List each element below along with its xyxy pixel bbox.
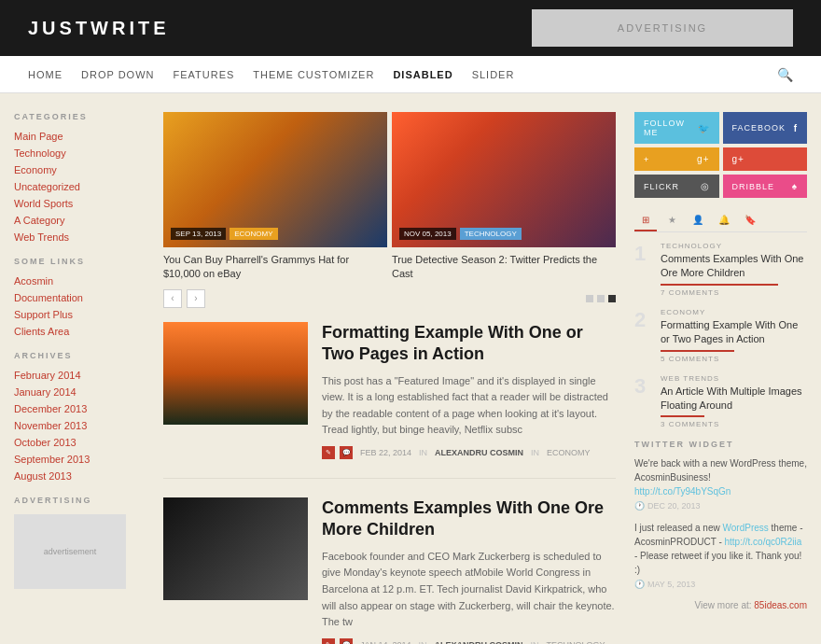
- slider-image-2: NOV 05, 2013 TECHNOLOGY: [392, 112, 616, 247]
- nav-slider[interactable]: SLIDER: [472, 69, 515, 80]
- slider-dot-2[interactable]: [597, 295, 605, 302]
- popular-cat-1: TECHNOLOGY: [661, 242, 807, 250]
- article-2-excerpt: Facebook founder and CEO Mark Zuckerberg…: [322, 549, 616, 631]
- archive-jan-2014[interactable]: January 2014: [14, 386, 145, 398]
- popular-tabs: ⊞ ★ 👤 🔔 🔖: [634, 209, 807, 232]
- sidebar-cat-world-sports[interactable]: World Sports: [14, 198, 145, 209]
- slider-prev-button[interactable]: ‹: [163, 289, 182, 308]
- sidebar-cat-uncategorized[interactable]: Uncategorized: [14, 181, 145, 192]
- tab-star[interactable]: ★: [661, 209, 683, 231]
- tweet-2-wp-link[interactable]: WordPress: [723, 523, 769, 533]
- sidebar-link-acosmin[interactable]: Acosmin: [14, 275, 145, 287]
- gplus2-button[interactable]: g+: [723, 147, 808, 171]
- tab-bookmark[interactable]: 🔖: [739, 209, 761, 231]
- popular-comments-3: 3 COMMENTS: [661, 420, 807, 428]
- nav-dropdown[interactable]: DROP DOWN: [81, 69, 154, 80]
- article-1-date: FEB 22, 2014: [360, 448, 411, 457]
- nav-home[interactable]: HOME: [28, 69, 63, 80]
- slider-title-1[interactable]: You Can Buy Pharrell's Grammys Hat for $…: [163, 253, 387, 282]
- article-1-author: ALEXANDRU COSMIN: [435, 448, 523, 457]
- tab-bell[interactable]: 🔔: [713, 209, 735, 231]
- nav-theme-customizer[interactable]: THEME CUSTOMIZER: [253, 69, 374, 80]
- tab-person[interactable]: 👤: [687, 209, 709, 231]
- archive-dec-2013[interactable]: December 2013: [14, 403, 145, 414]
- article-1-meta: ✎ 💬 FEB 22, 2014 IN ALEXANDRU COSMIN IN …: [322, 446, 616, 459]
- social-buttons: FOLLOW ME 🐦 FACEBOOK f + g+ g+ FLICKR ◎ …: [634, 112, 807, 198]
- facebook-label: FACEBOOK: [732, 123, 786, 133]
- article-1-comment-icon: 💬: [340, 446, 353, 459]
- sidebar-cat-economy[interactable]: Economy: [14, 164, 145, 175]
- popular-comments-2: 5 COMMENTS: [661, 355, 807, 363]
- slider-next-button[interactable]: ›: [187, 289, 205, 308]
- view-more-link[interactable]: 85ideas.com: [754, 600, 807, 610]
- archive-oct-2013[interactable]: October 2013: [14, 437, 145, 448]
- nav-disabled[interactable]: DISABLED: [393, 69, 452, 80]
- slider-2-date: NOV 05, 2013: [399, 228, 456, 240]
- gplus-button[interactable]: + g+: [634, 147, 719, 171]
- archive-sep-2013[interactable]: September 2013: [14, 454, 145, 465]
- slider-2-category: TECHNOLOGY: [460, 228, 522, 240]
- article-2-title[interactable]: Comments Examples With One Ore More Chil…: [322, 497, 616, 541]
- tweet-1-date: 🕐 DEC 20, 2013: [634, 500, 807, 513]
- nav-features[interactable]: FEATURES: [173, 69, 234, 80]
- main-container: CATEGORIES Main Page Technology Economy …: [5, 112, 816, 644]
- twitter-button[interactable]: FOLLOW ME 🐦: [634, 112, 719, 144]
- sidebar-cat-main-page[interactable]: Main Page: [14, 131, 145, 142]
- right-sidebar: FOLLOW ME 🐦 FACEBOOK f + g+ g+ FLICKR ◎ …: [634, 112, 807, 644]
- slider-1-date: SEP 13, 2013: [171, 228, 226, 240]
- search-icon[interactable]: 🔍: [777, 67, 793, 82]
- gplus2-icon: g+: [732, 154, 744, 164]
- popular-body-2: ECONOMY Formatting Example With One or T…: [661, 308, 807, 363]
- slider-dot-1[interactable]: [586, 295, 593, 302]
- twitter-widget-title: TWITTER WIDGET: [634, 440, 807, 449]
- sidebar-cat-a-category[interactable]: A Category: [14, 215, 145, 226]
- tab-grid[interactable]: ⊞: [634, 209, 657, 231]
- sidebar-link-clients-area[interactable]: Clients Area: [14, 326, 145, 337]
- slider-2-label: NOV 05, 2013 TECHNOLOGY: [399, 228, 522, 240]
- popular-title-2[interactable]: Formatting Example With One or Two Pages…: [661, 318, 807, 347]
- dribble-label: DRIBBLE: [732, 182, 775, 191]
- gplus-icon: g+: [697, 154, 709, 164]
- sidebar-link-documentation[interactable]: Documentation: [14, 292, 145, 303]
- article-2-in: IN: [531, 640, 539, 644]
- archive-feb-2014[interactable]: February 2014: [14, 370, 145, 381]
- article-2-category[interactable]: TECHNOLOGY: [547, 640, 605, 644]
- slider-captions: You Can Buy Pharrell's Grammys Hat for $…: [163, 247, 616, 282]
- archive-aug-2013[interactable]: August 2013: [14, 470, 145, 482]
- sidebar-cat-web-trends[interactable]: Web Trends: [14, 231, 145, 243]
- article-1-in: IN: [531, 448, 539, 457]
- popular-num-2: 2: [634, 308, 653, 332]
- slider-arrows: ‹ ›: [163, 289, 205, 308]
- slider-dots: [586, 295, 616, 302]
- some-links-list: Acosmin Documentation Support Plus Clien…: [14, 275, 145, 337]
- flickr-button[interactable]: FLICKR ◎: [634, 175, 719, 198]
- archive-nov-2013[interactable]: November 2013: [14, 420, 145, 431]
- facebook-button[interactable]: FACEBOOK f: [723, 112, 808, 144]
- popular-title-1[interactable]: Comments Examples With One Ore More Chil…: [661, 252, 807, 281]
- popular-title-3[interactable]: An Article With Multiple Images Floating…: [661, 385, 807, 413]
- article-1-category[interactable]: ECONOMY: [547, 448, 591, 457]
- featured-slider: SEP 13, 2013 ECONOMY NOV 05, 2013 TECHNO…: [163, 112, 616, 308]
- sidebar-link-support-plus[interactable]: Support Plus: [14, 309, 145, 320]
- slider-image-1: SEP 13, 2013 ECONOMY: [163, 112, 387, 247]
- tweet-2-link[interactable]: http://t.co/qc0R2iia: [725, 537, 802, 547]
- popular-num-1: 1: [634, 242, 653, 266]
- gplus-label: +: [644, 155, 649, 164]
- sidebar-cat-technology[interactable]: Technology: [14, 147, 145, 159]
- article-1: Formatting Example With One or Two Pages…: [163, 322, 616, 479]
- popular-cat-2: ECONOMY: [661, 308, 807, 316]
- slider-images: SEP 13, 2013 ECONOMY NOV 05, 2013 TECHNO…: [163, 112, 616, 247]
- slider-dot-3[interactable]: [608, 295, 616, 302]
- archives-title: ARCHIVES: [14, 351, 145, 360]
- clock-icon: 🕐: [634, 500, 645, 513]
- dribble-button[interactable]: DRIBBLE ♠: [723, 175, 808, 198]
- slider-title-2[interactable]: True Detective Season 2: Twitter Predict…: [392, 253, 616, 282]
- popular-body-1: TECHNOLOGY Comments Examples With One Or…: [661, 242, 807, 297]
- twitter-label: FOLLOW ME: [644, 119, 698, 137]
- popular-comments-1: 7 COMMENTS: [661, 288, 807, 297]
- article-1-title[interactable]: Formatting Example With One or Two Pages…: [322, 322, 616, 366]
- tweet-2: I just released a new WordPress theme - …: [634, 521, 807, 592]
- navigation: HOME DROP DOWN FEATURES THEME CUSTOMIZER…: [0, 56, 821, 93]
- slider-navigation: ‹ ›: [163, 289, 616, 308]
- tweet-1-link[interactable]: http://t.co/Ty94bYSqGn: [634, 486, 731, 497]
